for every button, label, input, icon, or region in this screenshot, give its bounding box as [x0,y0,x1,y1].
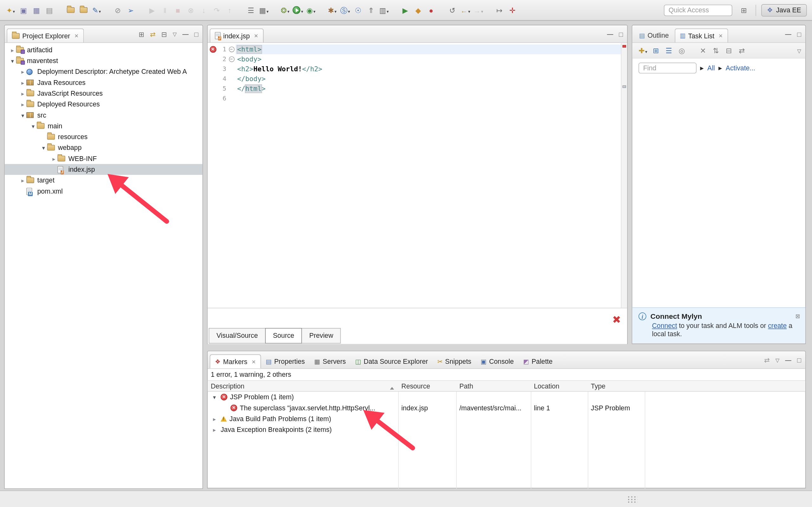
skip-breakpoints-icon[interactable]: ⊘ [111,4,124,16]
tab-task-list[interactable]: ▥ Task List [675,29,728,43]
tree-item-artifactid[interactable]: artifactid [5,44,203,55]
tree-item-web-inf[interactable]: WEB-INF [5,153,203,164]
column-resource[interactable]: Resource [398,381,456,391]
debug-icon[interactable]: ❂ [278,4,292,16]
tab-data-source-explorer[interactable]: ◫Data Source Explorer [351,354,433,368]
mylyn-link[interactable]: create [768,322,786,330]
tree-item-pom-xml[interactable]: pom.xml [5,186,203,196]
web-service-icon[interactable]: Ⓢ [339,4,352,16]
tree-item-src[interactable]: src [5,110,203,120]
record-icon[interactable]: ● [425,4,438,16]
marker-row[interactable]: The superclass "javax.servlet.http.HttpS… [208,402,805,413]
marker-row[interactable]: Java Build Path Problems (1 item) [208,413,805,424]
expand-arrow-icon[interactable] [19,111,26,119]
sort-icon[interactable]: ⇅ [710,44,722,57]
tree-item-java-resources[interactable]: Java Resources [5,77,203,88]
maximize-icon[interactable] [797,31,801,38]
focus-icon[interactable]: ◎ [675,44,688,57]
import-folder-icon[interactable] [64,4,77,16]
open-view-icon[interactable]: ▦ [257,4,270,16]
minimize-icon[interactable] [785,31,792,38]
view-menu-icon[interactable] [775,356,780,364]
minimize-icon[interactable] [607,31,613,38]
mylyn-link[interactable]: Connect [652,322,677,330]
mark-occurrences-icon[interactable]: ✛ [506,4,519,16]
selection-cursor-icon[interactable]: ➢ [124,4,137,16]
collapse-all-icon[interactable] [161,31,167,38]
task-find-input[interactable] [639,63,697,73]
activate-link[interactable]: Activate... [726,64,755,72]
column-path[interactable]: Path [456,381,531,391]
delete-icon[interactable]: ✕ [697,44,710,57]
code-line-2[interactable]: 2<body> [208,54,621,64]
last-edit-location-icon[interactable]: ↺ [446,4,459,16]
tree-item-deployment-descriptor-archetype-created-web-a[interactable]: Deployment Descriptor: Archetype Created… [5,66,203,77]
tree-item-webapp[interactable]: webapp [5,142,203,153]
tree-item-javascript-resources[interactable]: JavaScript Resources [5,88,203,99]
new-server-icon[interactable]: ▥ [377,4,391,16]
publish-icon[interactable]: ⇑ [364,4,377,16]
expand-arrow-icon[interactable] [211,413,218,424]
expand-arrow-icon[interactable] [19,89,26,97]
quick-access-input[interactable] [664,4,732,16]
tree-item-resources[interactable]: resources [5,131,203,142]
maximize-icon[interactable] [797,356,801,364]
tree-item-target[interactable]: target [5,175,203,186]
tab-snippets[interactable]: ✂Snippets [433,354,476,368]
tab-project-explorer[interactable]: Project Explorer [7,29,84,43]
marker-row[interactable]: JSP Problem (1 item) [208,392,805,402]
error-marker-icon[interactable] [209,46,216,53]
drag-handle[interactable] [627,496,638,503]
perspective-java-ee-button[interactable]: ❖ Java EE [761,4,807,16]
all-filter-link[interactable]: All [707,64,715,72]
overview-marker[interactable] [622,85,626,88]
code-line-5[interactable]: 5</html> [208,83,621,94]
pin-icon[interactable] [764,356,770,364]
expand-arrow-icon[interactable] [211,392,218,402]
coverage-icon[interactable]: ◉ [305,4,317,16]
save-all-icon[interactable]: ▦ [30,4,43,16]
tree-item-maventest[interactable]: maventest [5,55,203,66]
expand-arrow-icon[interactable] [211,424,218,435]
web-browser-icon[interactable]: ☉ [352,4,365,16]
expand-arrow-icon[interactable] [19,176,26,184]
maximize-icon[interactable] [619,31,623,38]
new-task-icon[interactable]: ✚ [637,44,650,57]
scheduled-icon[interactable]: ☰ [662,44,675,57]
focus-on-active-task-icon[interactable] [139,31,144,38]
maximize-icon[interactable] [194,31,198,38]
collapse-all-icon[interactable]: ⊟ [722,44,735,57]
link-with-editor-icon[interactable] [150,31,156,38]
categorized-icon[interactable]: ⊞ [649,44,662,57]
minimize-icon[interactable] [183,31,189,38]
tree-item-main[interactable]: main [5,120,203,131]
column-location[interactable]: Location [531,381,588,391]
tab-markers[interactable]: ❖Markers [210,354,261,368]
tab-properties[interactable]: ▤Properties [261,354,310,368]
close-icon[interactable] [795,313,800,320]
save-icon[interactable]: ▣ [17,4,30,16]
code-line-6[interactable]: 6 [208,94,621,104]
activate-dropdown-arrow-icon[interactable] [718,66,722,71]
code-line-4[interactable]: 4</body> [208,74,621,83]
close-icon[interactable] [74,33,79,39]
tab-servers[interactable]: ▦Servers [310,354,351,368]
tree-item-index-jsp[interactable]: index.jsp [5,164,203,175]
tab-console[interactable]: ▣Console [476,354,519,368]
synchronize-icon[interactable]: ⇄ [735,44,748,57]
open-perspective-icon[interactable]: ⊞ [738,4,751,16]
close-icon[interactable] [254,33,258,39]
tab-index-jsp[interactable]: index.jsp [210,29,263,43]
expand-arrow-icon[interactable] [19,101,26,108]
tree-item-deployed-resources[interactable]: Deployed Resources [5,99,203,110]
new-wizard-icon[interactable]: ✦ [4,4,17,16]
open-console-icon[interactable]: ☰ [245,4,258,16]
print-icon[interactable]: ▤ [43,4,56,16]
java-search-icon[interactable]: ◆ [412,4,425,16]
all-dropdown-arrow-icon[interactable] [700,66,704,71]
view-menu-icon[interactable] [172,31,177,38]
column-description[interactable]: Description [208,381,398,391]
run-icon[interactable] [292,4,305,16]
back-icon[interactable]: ← [459,4,472,16]
expand-arrow-icon[interactable] [19,78,26,86]
